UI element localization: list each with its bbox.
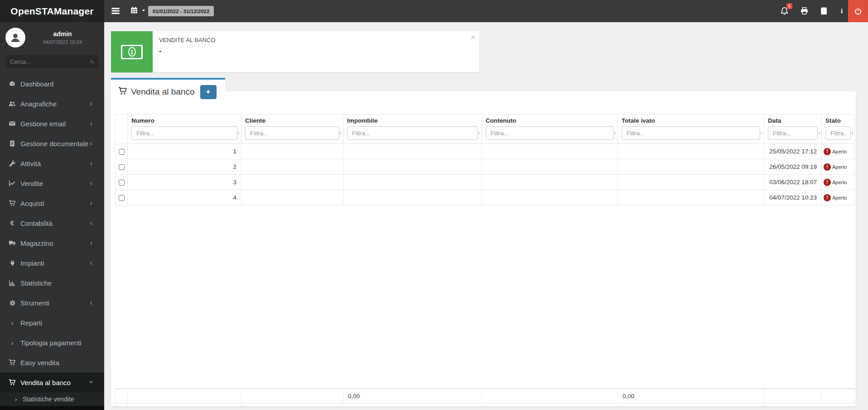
sidebar-toggle-button[interactable] — [111, 6, 121, 15]
cell-imponibile — [343, 144, 482, 159]
sidebar-search[interactable] — [5, 55, 99, 68]
docs-button[interactable] — [815, 0, 833, 22]
filter-input-contenuto[interactable] — [486, 126, 614, 140]
cell-data: 04/07/2022 10:23 — [764, 190, 822, 205]
sidebar-item-gestione-email[interactable]: Gestione email ‹ — [0, 114, 104, 133]
sidebar-item-statistiche[interactable]: Statistiche — [0, 273, 104, 293]
sidebar-menu: Dashboard Anagrafiche ‹ Gestione email ‹… — [0, 74, 104, 406]
footer-total-imponibile: 0,00 — [343, 389, 482, 404]
row-checkbox[interactable] — [119, 180, 125, 186]
chevron-left-icon: ‹ — [90, 259, 92, 267]
sort-asc-icon[interactable]: ▲ — [817, 131, 821, 135]
filter-input-data[interactable] — [768, 126, 818, 140]
cell-imponibile — [343, 159, 482, 175]
money-bill-icon: 1 — [111, 31, 153, 72]
sidebar-item-vendita-al-banco[interactable]: Vendita al banco — [0, 372, 104, 392]
sales-summary-infobox: 1 VENDITE AL BANCO - × — [111, 31, 479, 72]
column-header-totale-ivato[interactable]: Totale ivato ▲ — [618, 114, 764, 144]
sidebar-item-impianti[interactable]: Impianti ‹ — [0, 253, 104, 273]
sort-asc-icon[interactable]: ▲ — [237, 131, 241, 135]
column-header-numero[interactable]: Numero ▲ — [128, 114, 241, 144]
row-checkbox[interactable] — [119, 195, 125, 201]
chevron-right-icon: › — [12, 396, 20, 403]
status-badge: Aperto — [832, 164, 847, 170]
search-input[interactable] — [10, 58, 90, 65]
sidebar-item-attivita[interactable]: Attività ‹ — [0, 153, 104, 173]
table-row[interactable]: 4 04/07/2022 10:23 ! Aperto — [116, 190, 855, 205]
sidebar-item-easy-vendita[interactable]: Easy vendita — [0, 353, 104, 372]
chevron-left-icon: ‹ — [90, 299, 92, 306]
column-header-imponibile[interactable]: Imponibile ▲ — [343, 114, 482, 144]
envelope-icon — [8, 120, 16, 127]
sort-asc-icon[interactable]: ▲ — [760, 131, 763, 135]
date-range-label[interactable]: 01/01/2022 - 31/12/2022 — [148, 6, 214, 16]
cart-icon — [118, 86, 127, 97]
sidebar-item-gestione-documentale[interactable]: Gestione documentale ‹ — [0, 133, 104, 153]
sort-asc-icon[interactable]: ▲ — [850, 131, 854, 135]
tab-vendita-al-banco[interactable]: Vendita al banco + — [111, 78, 225, 104]
wrench-icon — [8, 160, 16, 167]
add-record-button[interactable]: + — [200, 85, 217, 99]
records-card: Numero ▲ Cliente ▲ Imponibile ▲ Contenut… — [111, 91, 856, 406]
cell-cliente — [241, 190, 343, 205]
sidebar-item-vendite[interactable]: Vendite ‹ — [0, 173, 104, 193]
exclamation-circle-icon: ! — [824, 179, 831, 186]
sidebar-item-reparti[interactable]: › Reparti — [0, 313, 104, 333]
column-header-cliente[interactable]: Cliente ▲ — [241, 114, 343, 144]
filter-input-numero[interactable] — [131, 126, 237, 140]
cell-cliente — [241, 144, 343, 159]
sidebar-item-contabilita[interactable]: € Contabilità ‹ — [0, 213, 104, 233]
sort-asc-icon[interactable]: ▲ — [477, 131, 481, 135]
period-picker-button[interactable] — [130, 6, 146, 14]
infobox-value: - — [159, 47, 473, 56]
avatar[interactable] — [5, 28, 25, 48]
chevron-left-icon: ‹ — [90, 219, 92, 227]
cell-data: 26/05/2022 09:19 — [764, 159, 822, 175]
sort-asc-icon[interactable]: ▲ — [339, 131, 342, 135]
cell-totale-ivato — [618, 190, 764, 205]
sidebar-item-statistiche-vendite[interactable]: › Statistiche vendite — [0, 392, 104, 406]
notifications-button[interactable]: 1 — [775, 0, 793, 22]
table-row[interactable]: 3 03/06/2022 18:07 ! Aperto — [116, 175, 855, 190]
sort-asc-icon[interactable]: ▲ — [613, 131, 617, 135]
cell-imponibile — [343, 175, 482, 190]
caret-down-icon — [141, 8, 146, 13]
cell-cliente — [241, 159, 343, 175]
column-header-data[interactable]: Data ▲ — [764, 114, 822, 144]
sidebar-item-anagrafiche[interactable]: Anagrafiche ‹ — [0, 94, 104, 114]
column-header-contenuto[interactable]: Contenuto ▲ — [482, 114, 618, 144]
cell-contenuto — [482, 175, 618, 190]
row-checkbox[interactable] — [119, 149, 125, 155]
footer-cell-contenuto — [482, 389, 618, 404]
info-icon: i — [841, 7, 843, 15]
users-icon — [8, 100, 16, 107]
totals-footer-table: 0,00 0,00 — [115, 388, 855, 404]
filter-input-stato[interactable] — [825, 126, 851, 140]
sidebar-item-acquisti[interactable]: Acquisti ‹ — [0, 193, 104, 213]
filter-input-totale-ivato[interactable] — [622, 126, 760, 140]
sidebar-item-dashboard[interactable]: Dashboard — [0, 74, 104, 94]
printer-icon — [800, 7, 809, 15]
sidebar-item-strumenti[interactable]: Strumenti ‹ — [0, 293, 104, 313]
main-content: 1 VENDITE AL BANCO - × Vendita al banco … — [104, 22, 868, 410]
gear-icon — [8, 300, 16, 306]
logout-button[interactable] — [848, 0, 868, 22]
cart-icon — [8, 200, 16, 207]
exclamation-circle-icon: ! — [824, 148, 831, 155]
table-row[interactable]: 2 26/05/2022 09:19 ! Aperto — [116, 159, 855, 175]
table-row[interactable]: 1 25/05/2022 17:12 ! Aperto — [116, 144, 855, 159]
print-button[interactable] — [795, 0, 813, 22]
status-badge: Aperto — [832, 180, 847, 185]
column-header-stato[interactable]: Stato ▲ — [822, 114, 855, 144]
close-icon[interactable]: × — [471, 34, 475, 41]
sidebar-item-tipologia-pagamenti[interactable]: › Tipologia pagamenti — [0, 333, 104, 353]
cell-totale-ivato — [618, 144, 764, 159]
cell-stato: ! Aperto — [822, 144, 855, 159]
sidebar-item-magazzino[interactable]: Magazzino ‹ — [0, 233, 104, 253]
row-checkbox[interactable] — [119, 164, 125, 170]
sidebar: admin 04/07/2022 10:24 Dashboard Anagraf… — [0, 22, 104, 410]
search-icon[interactable] — [90, 58, 94, 65]
filter-input-imponibile[interactable] — [347, 126, 478, 140]
filter-input-cliente[interactable] — [245, 126, 339, 140]
app-logo[interactable]: OpenSTAManager — [0, 0, 104, 22]
